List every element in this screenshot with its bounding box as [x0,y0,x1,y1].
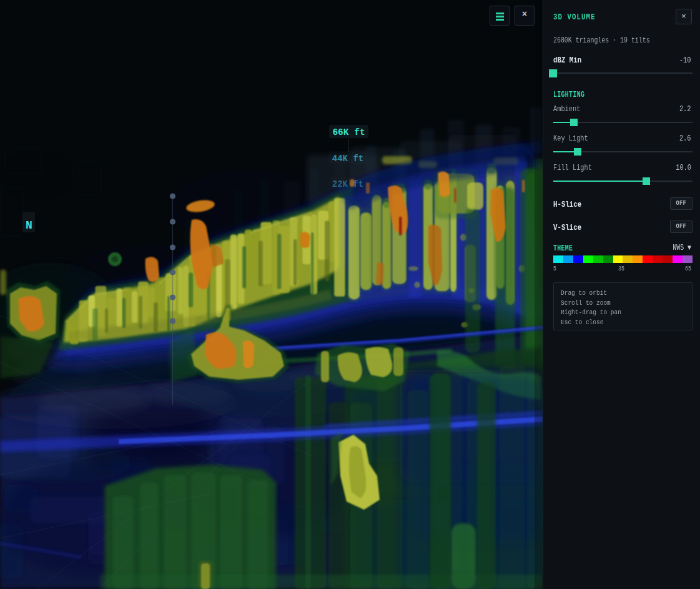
svg-text:66K ft: 66K ft [332,127,365,137]
svg-text:22K ft: 22K ft [332,179,363,189]
svg-text:44K ft: 44K ft [332,154,363,164]
svg-text:N: N [26,219,32,232]
